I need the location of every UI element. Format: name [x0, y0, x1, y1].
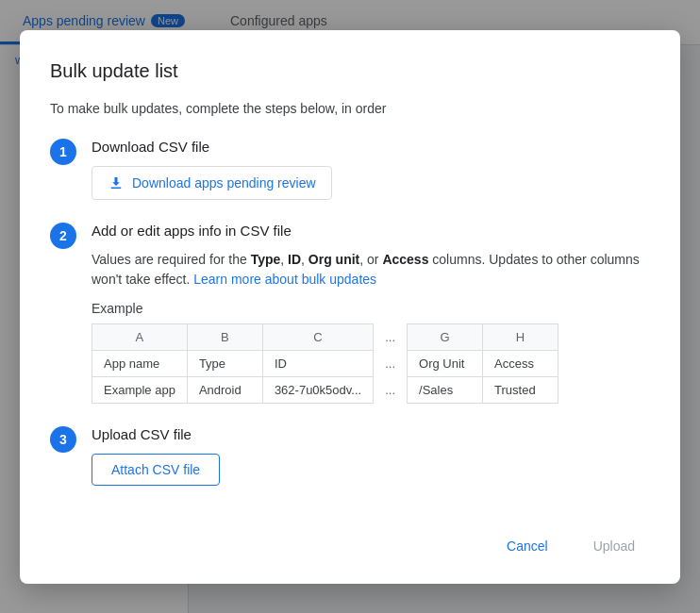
step-1: 1 Download CSV file Download apps pendin… [50, 139, 650, 200]
step-3: 3 Upload CSV file Attach CSV file [50, 426, 650, 486]
cell-ellipsis-1: ... [374, 350, 408, 376]
modal-title: Bulk update list [50, 60, 650, 82]
col-header-a: A [92, 323, 188, 350]
col-type: Type [251, 252, 281, 267]
col-header-g: G [408, 323, 483, 350]
download-apps-button[interactable]: Download apps pending review [92, 166, 332, 200]
cell-orgunit-label: Org Unit [408, 350, 483, 376]
step-2-circle: 2 [50, 223, 76, 249]
step-1-title: Download CSV file [92, 139, 650, 155]
table-row: App name Type ID ... Org Unit Access [92, 350, 558, 376]
step-3-content: Upload CSV file Attach CSV file [92, 426, 650, 486]
step-3-circle: 3 [50, 426, 76, 453]
table-row: Example app Android 362-7u0k5odv... ... … [92, 376, 558, 403]
cell-id-label: ID [262, 350, 373, 376]
step-1-content: Download CSV file Download apps pending … [92, 139, 650, 200]
step-3-title: Upload CSV file [92, 426, 650, 442]
cell-orgunit-value: /Sales [408, 376, 483, 403]
cell-id-value: 362-7u0k5odv... [262, 376, 373, 403]
download-icon [108, 174, 125, 191]
step-2-title: Add or edit apps info in CSV file [92, 223, 650, 239]
col-access: Access [382, 252, 428, 267]
example-label: Example [92, 301, 650, 316]
col-header-h: H [483, 323, 558, 350]
cell-app-name-value: Example app [92, 376, 188, 403]
modal-intro: To make bulk updates, complete the steps… [50, 101, 650, 116]
attach-csv-button[interactable]: Attach CSV file [92, 454, 220, 486]
cancel-button[interactable]: Cancel [492, 531, 563, 561]
col-header-b: B [187, 323, 262, 350]
modal-overlay: Bulk update list To make bulk updates, c… [0, 0, 700, 613]
step-1-circle: 1 [50, 139, 76, 165]
cell-access-label: Access [483, 350, 558, 376]
cell-type-value: Android [187, 376, 262, 403]
col-header-c: C [262, 323, 373, 350]
step-2-desc: Values are required for the Type, ID, Or… [92, 250, 650, 290]
step-2: 2 Add or edit apps info in CSV file Valu… [50, 223, 650, 404]
col-orgunit: Org unit [308, 252, 359, 267]
modal-footer: Cancel Upload [50, 516, 650, 561]
attach-btn-label: Attach CSV file [111, 462, 200, 477]
upload-button[interactable]: Upload [578, 531, 650, 561]
download-btn-label: Download apps pending review [132, 175, 316, 191]
cell-app-name-label: App name [92, 350, 188, 376]
example-table: A B C ... G H App name Type ID [92, 323, 558, 404]
cell-type-label: Type [187, 350, 262, 376]
bulk-update-modal: Bulk update list To make bulk updates, c… [20, 30, 680, 584]
cell-ellipsis-2: ... [374, 376, 408, 403]
cell-access-value: Trusted [483, 376, 558, 403]
step-2-content: Add or edit apps info in CSV file Values… [92, 223, 650, 404]
learn-more-link[interactable]: Learn more about bulk updates [193, 272, 376, 287]
col-id: ID [288, 252, 301, 267]
col-header-ellipsis: ... [374, 323, 408, 350]
